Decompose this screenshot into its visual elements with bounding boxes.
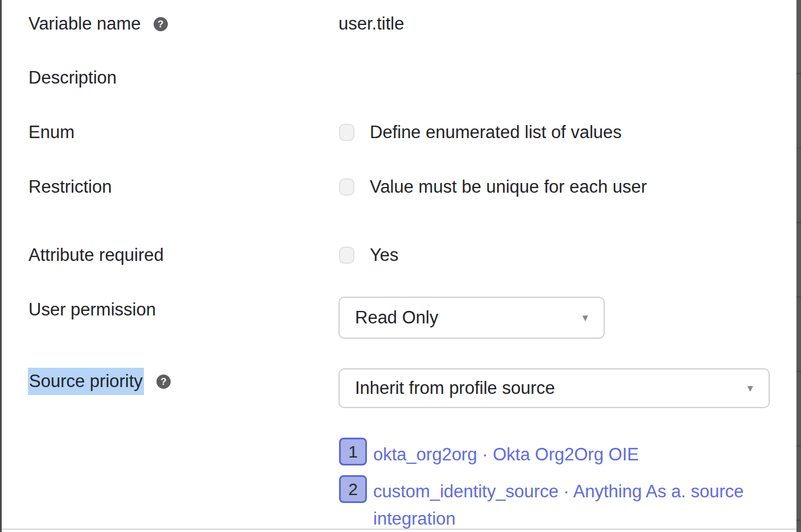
attribute-required-checkbox-label: Yes: [370, 244, 399, 267]
variable-name-row: Variable name ?: [28, 13, 168, 35]
user-permission-selected-value: Read Only: [340, 307, 438, 328]
help-icon[interactable]: ?: [156, 375, 171, 389]
chevron-down-icon: ▼: [580, 313, 590, 323]
source-priority-label: Source priority: [28, 368, 144, 395]
attribute-required-checkbox[interactable]: [339, 247, 354, 264]
source-priority-select[interactable]: Inherit from profile source ▼: [338, 368, 770, 408]
scrollbar[interactable]: [796, 0, 801, 532]
priority-badge-2: 2: [339, 475, 367, 503]
attribute-settings-panel: Variable name ? user.title Description E…: [0, 0, 801, 532]
enum-checkbox[interactable]: [339, 124, 354, 141]
enum-label: Enum: [28, 121, 75, 144]
source-priority-row: Source priority ?: [28, 368, 171, 395]
restriction-checkbox[interactable]: [339, 178, 354, 196]
variable-name-value: user.title: [338, 13, 404, 35]
variable-name-label: Variable name: [28, 13, 141, 35]
help-icon[interactable]: ?: [154, 17, 168, 31]
attribute-required-label: Attribute required: [28, 244, 164, 267]
source-link-okta-org2org[interactable]: okta_org2org · Okta Org2Org OIE: [373, 441, 639, 468]
priority-badge-1: 1: [339, 438, 367, 466]
chevron-down-icon: ▼: [745, 384, 755, 393]
restriction-checkbox-label: Value must be unique for each user: [370, 176, 647, 198]
description-label: Description: [28, 66, 117, 89]
panel-left-border: [0, 0, 2, 532]
user-permission-select[interactable]: Read Only ▼: [338, 297, 605, 339]
restriction-label: Restriction: [28, 176, 112, 198]
source-priority-selected-value: Inherit from profile source: [340, 378, 555, 398]
enum-checkbox-label: Define enumerated list of values: [370, 121, 622, 144]
source-link-custom-identity-source[interactable]: custom_identity_source · Anything As a. …: [373, 478, 771, 532]
user-permission-label: User permission: [28, 298, 156, 321]
